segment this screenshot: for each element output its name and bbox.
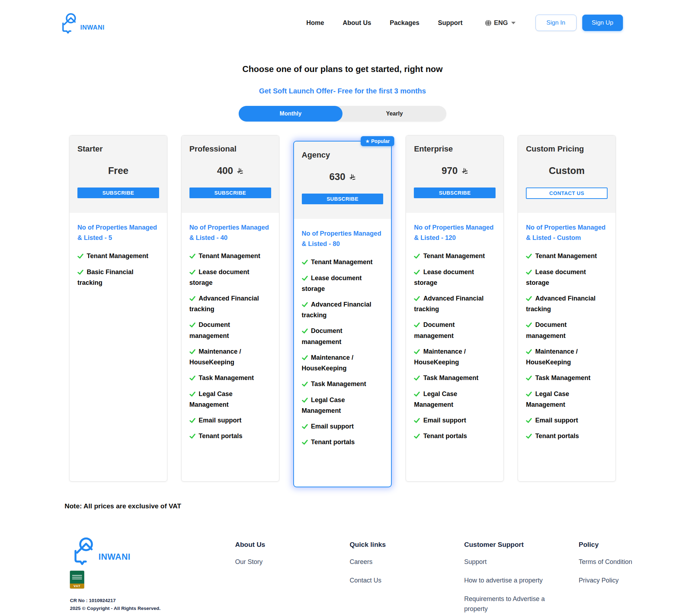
check-icon [302,260,308,265]
subscribe-button[interactable]: SUBSCRIBE [302,194,384,204]
feature-item: Lease document storage [414,267,496,288]
check-icon [414,270,420,275]
language-selector[interactable]: ENG [485,19,516,27]
feature-item: Email support [302,421,384,432]
cr-number: CR No : 1010924217 [70,598,235,603]
check-icon [302,440,308,445]
page-title: Choose one of our plans to get started, … [0,64,685,74]
check-icon [189,349,196,354]
check-icon [414,375,420,381]
plan-price: 630 [302,171,384,183]
offer-subtitle: Get Soft Launch Offer- Free for the firs… [0,87,685,95]
properties-limit: No of Properties Managed & Listed - Cust… [526,222,608,243]
feature-item: Maintenance / HouseKeeping [526,346,608,368]
plan-name: Agency [302,150,384,160]
feature-item: Lease document storage [189,267,271,288]
pricing-cards: Starter Free SUBSCRIBE No of Properties … [69,135,616,487]
feature-item: Document management [526,319,608,341]
plan-header: Professional 400 SUBSCRIBE [182,135,279,213]
footer-link[interactable]: How to advertise a property [464,576,553,586]
plan-card-enterprise: Enterprise 970 SUBSCRIBE No of Propertie… [406,135,504,482]
check-icon [302,424,308,429]
contact-us-button[interactable]: CONTACT US [526,188,608,199]
plan-card-starter: Starter Free SUBSCRIBE No of Properties … [69,135,167,482]
toggle-yearly[interactable]: Yearly [342,106,446,122]
feature-item: Task Management [414,373,496,383]
nav-packages[interactable]: Packages [390,19,419,27]
plan-features: Tenant Management Lease document storage… [526,251,608,441]
feature-item: Task Management [302,379,384,389]
footer-link[interactable]: Support [464,557,553,567]
footer-link[interactable]: Our Story [235,557,324,567]
nav-support[interactable]: Support [438,19,463,27]
feature-item: Document management [414,319,496,341]
sign-in-button[interactable]: Sign In [536,15,577,31]
feature-item: Tenant portals [526,431,608,441]
check-icon [526,391,532,397]
brand-logo[interactable]: INWANI [59,12,105,34]
sign-up-button[interactable]: Sign Up [582,15,623,31]
check-icon [77,270,83,275]
feature-item: Document management [302,325,384,347]
feature-item: Document management [189,319,271,341]
toggle-monthly[interactable]: Monthly [239,106,342,122]
check-icon [302,355,308,360]
brand-name: INWANI [98,552,131,562]
plan-body: No of Properties Managed & Listed - Cust… [518,213,615,456]
footer-col-title: About Us [235,541,350,549]
plan-body: No of Properties Managed & Listed - 40 T… [182,213,279,456]
header: INWANI Home About Us Packages Support EN… [0,0,685,46]
feature-item: Advanced Financial tracking [526,293,608,314]
check-icon [302,328,308,334]
check-icon [189,418,196,423]
footer-links: CareersContact Us [350,557,464,586]
footer-links: Terms of ConditionPrivacy Policy [579,557,632,586]
footer-col-about: About Us Our Story [235,536,350,614]
subscribe-button[interactable]: SUBSCRIBE [189,188,271,198]
check-icon [189,322,196,328]
footer: INWANI VAT CR No : 1010924217 2025 © Cop… [0,536,685,614]
footer-logo: INWANI [70,536,235,565]
nav-about-us[interactable]: About Us [342,19,371,27]
footer-link[interactable]: Careers [350,557,439,567]
check-icon [414,253,420,259]
footer-link[interactable]: Requirements to Advertise a property [464,594,553,614]
subscribe-button[interactable]: SUBSCRIBE [77,188,159,198]
feature-item: Lease document storage [302,273,384,294]
plan-features: Tenant Management Lease document storage… [189,251,271,441]
feature-item: Legal Case Management [414,389,496,410]
properties-limit: No of Properties Managed & Listed - 5 [77,222,159,243]
saudi-vat-logo: VAT [70,571,84,589]
feature-item: Tenant Management [526,251,608,261]
plan-header: Custom Pricing Custom CONTACT US [518,135,615,213]
footer-link[interactable]: Privacy Policy [579,576,632,586]
plan-card-professional: Professional 400 SUBSCRIBE No of Propert… [181,135,279,482]
plan-name: Professional [189,144,271,154]
check-icon [189,433,196,439]
nav-home[interactable]: Home [306,19,324,27]
feature-item: Tenant portals [414,431,496,441]
feature-item: Tenant Management [302,257,384,267]
check-icon [189,296,196,301]
check-icon [526,253,532,259]
feature-item: Legal Case Management [189,389,271,410]
vat-logo-arabic [70,571,84,584]
footer-link[interactable]: Terms of Condition [579,557,632,567]
plan-card-agency: ★ Popular Agency 630 SUBSCRIBE No of Pro… [293,141,392,487]
plan-price: Custom [526,165,608,176]
footer-link[interactable]: Contact Us [350,576,439,586]
properties-limit: No of Properties Managed & Listed - 80 [302,229,384,249]
feature-item: Tenant portals [302,437,384,447]
subscribe-button[interactable]: SUBSCRIBE [414,188,496,198]
check-icon [189,270,196,275]
plan-price: 970 [414,165,496,176]
check-icon [526,349,532,354]
chevron-down-icon [511,22,516,24]
feature-item: Tenant Management [189,251,271,261]
globe-icon [485,20,492,26]
feature-item: Advanced Financial tracking [414,293,496,314]
brand-name: INWANI [80,24,105,31]
properties-limit: No of Properties Managed & Listed - 40 [189,222,271,243]
feature-item: Advanced Financial tracking [189,293,271,314]
saudi-riyal-icon [462,167,468,175]
